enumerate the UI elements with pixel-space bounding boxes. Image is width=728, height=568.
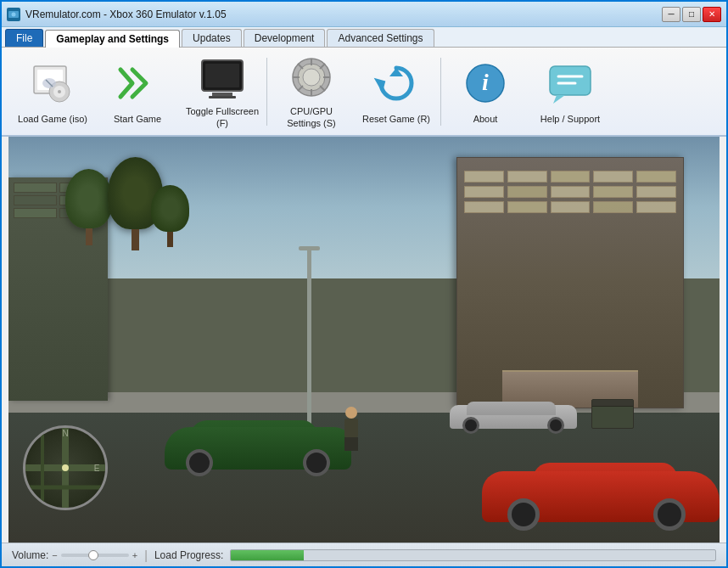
volume-thumb[interactable]: [88, 550, 98, 560]
car-red-foreground: [482, 450, 720, 522]
toggle-fullscreen-button[interactable]: Toggle Fullscreen (F): [180, 53, 265, 130]
svg-point-1: [12, 12, 16, 16]
car-player: [165, 410, 351, 470]
volume-control: Volume: − +: [12, 549, 137, 561]
building-main: [456, 157, 684, 408]
main-window: VRemulator.com - Xbox 360 Emulator v.1.0…: [0, 0, 728, 568]
start-game-label: Start Game: [114, 114, 161, 125]
statusbar-separator: |: [144, 548, 148, 562]
cpu-gpu-settings-button[interactable]: CPU/GPU Settings (S): [269, 53, 354, 130]
cpu-gpu-icon: [286, 53, 337, 101]
svg-rect-12: [209, 96, 236, 98]
svg-rect-28: [550, 66, 591, 95]
cpu-gpu-label: CPU/GPU Settings (S): [272, 106, 350, 128]
toolbar-divider-1: [266, 58, 267, 126]
volume-track[interactable]: [61, 554, 129, 557]
start-game-button[interactable]: Start Game: [95, 53, 180, 130]
tab-gameplay[interactable]: Gameplay and Settings: [45, 30, 180, 48]
reset-game-label: Reset Game (R): [362, 114, 430, 125]
reset-game-icon: [371, 58, 422, 109]
titlebar-left: VRemulator.com - Xbox 360 Emulator v.1.0…: [7, 8, 227, 21]
help-icon: [545, 58, 596, 109]
progress-bar-container: [230, 549, 716, 561]
load-game-icon: [27, 58, 78, 109]
maximize-button[interactable]: □: [682, 7, 701, 22]
svg-text:N: N: [62, 429, 68, 438]
app-icon: [7, 8, 20, 21]
menu-tab-bar: File Gameplay and Settings Updates Devel…: [2, 27, 726, 48]
game-viewport: N E: [8, 137, 720, 543]
svg-point-15: [303, 69, 320, 86]
street-light: [307, 246, 311, 429]
svg-rect-11: [212, 93, 232, 96]
toolbar-divider-2: [440, 58, 441, 126]
fullscreen-icon: [197, 53, 248, 101]
window-controls: ─ □ ✕: [662, 7, 721, 22]
dumpster: [591, 399, 634, 429]
load-game-button[interactable]: Load Game (iso): [10, 53, 95, 130]
toolbar-ribbon: Load Game (iso) Start Game: [2, 48, 726, 137]
svg-point-36: [62, 464, 69, 471]
progress-bar-fill: [231, 550, 304, 560]
help-support-button[interactable]: Help / Support: [528, 53, 613, 130]
statusbar: Volume: − + | Load Progress:: [2, 543, 726, 566]
about-label: About: [473, 114, 498, 125]
titlebar: VRemulator.com - Xbox 360 Emulator v.1.0…: [2, 2, 726, 27]
tab-development[interactable]: Development: [244, 29, 326, 47]
start-game-icon: [112, 58, 163, 109]
help-support-label: Help / Support: [540, 114, 600, 125]
player-character: [343, 407, 360, 453]
about-icon: i: [460, 58, 511, 109]
window-title: VRemulator.com - Xbox 360 Emulator v.1.0…: [25, 8, 227, 20]
car-background: [450, 391, 577, 429]
load-game-label: Load Game (iso): [18, 114, 87, 125]
toggle-fullscreen-label: Toggle Fullscreen (F): [183, 106, 261, 128]
volume-max-icon: +: [132, 550, 137, 560]
volume-label: Volume:: [12, 549, 48, 561]
svg-rect-10: [205, 64, 239, 87]
reset-game-button[interactable]: Reset Game (R): [354, 53, 439, 130]
svg-marker-24: [374, 74, 390, 93]
tree-1: [65, 169, 112, 245]
svg-text:E: E: [93, 464, 99, 473]
tab-updates[interactable]: Updates: [182, 29, 242, 47]
about-button[interactable]: i About: [443, 53, 528, 130]
game-scene: N E: [8, 137, 720, 543]
minimize-button[interactable]: ─: [662, 7, 680, 22]
svg-text:i: i: [482, 69, 489, 95]
tab-advanced[interactable]: Advanced Settings: [327, 29, 434, 47]
tree-3: [151, 185, 189, 247]
volume-min-icon: −: [52, 550, 57, 560]
svg-point-6: [58, 90, 61, 93]
load-progress-label: Load Progress:: [154, 549, 223, 561]
tab-file[interactable]: File: [5, 29, 43, 47]
svg-marker-29: [553, 95, 565, 104]
progress-section: Load Progress:: [154, 549, 716, 561]
minimap: N E: [23, 425, 108, 510]
close-button[interactable]: ✕: [703, 7, 721, 22]
